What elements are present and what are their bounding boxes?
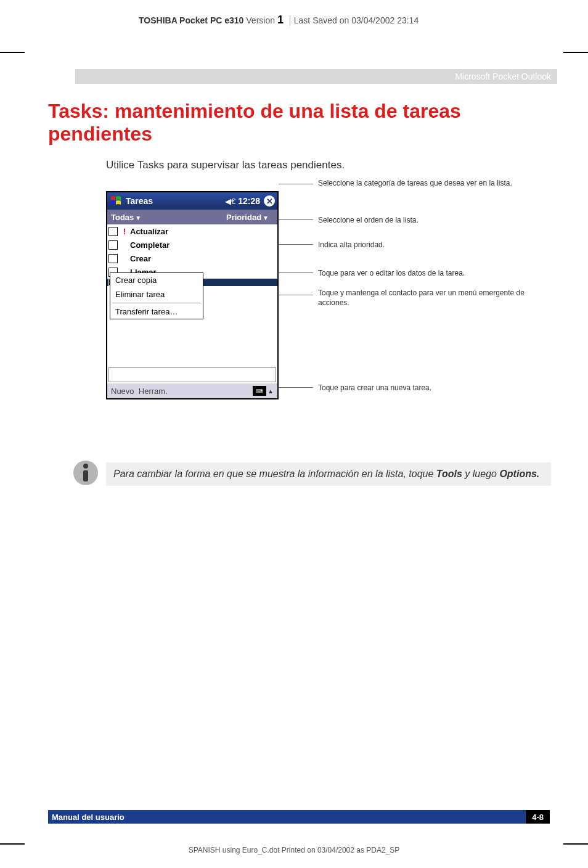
print-footer: SPANISH using Euro_C.dot Printed on 03/0…	[0, 846, 588, 854]
category-filter-label: Todas	[111, 213, 134, 222]
running-header: TOSHIBA Pocket PC e310 Version 1 Last Sa…	[139, 14, 419, 27]
version-label: Version	[246, 15, 275, 25]
info-icon	[73, 460, 99, 486]
task-label: Crear	[130, 254, 151, 263]
task-row[interactable]: ! Crear	[107, 252, 277, 265]
leader-line	[279, 184, 313, 184]
task-label: Completar	[130, 240, 169, 250]
pda-titlebar: Tareas ◀€ 12:28 ✕	[107, 192, 277, 210]
crop-mark	[0, 52, 25, 53]
callout-priority: Indica alta prioridad.	[318, 240, 534, 250]
callout-edit: Toque para ver o editar los datos de la …	[318, 269, 534, 279]
context-menu-item-beam[interactable]: Transferir tarea…	[110, 305, 203, 319]
svg-point-1	[83, 464, 88, 469]
intro-text: Utilice Tasks para supervisar las tareas…	[106, 159, 345, 171]
new-menu[interactable]: Nuevo	[111, 387, 134, 396]
high-priority-icon: !	[121, 227, 128, 236]
callout-context-menu: Toque y mantenga el contacto para ver un…	[318, 289, 534, 308]
tip-bold-options: Options.	[499, 469, 539, 479]
page-number: 4-8	[526, 810, 550, 824]
crop-mark	[0, 843, 25, 845]
leader-line	[279, 272, 313, 273]
footer-bar: Manual del usuario 4-8	[48, 810, 550, 824]
task-row[interactable]: ! Actualizar	[107, 224, 277, 238]
tip-box: Para cambiar la forma en que se muestra …	[106, 462, 551, 486]
pda-time[interactable]: 12:28	[238, 196, 260, 206]
menu-separator	[113, 303, 200, 303]
tip-bold-tools: Tools	[436, 469, 462, 479]
page-title: Tasks: mantenimiento de una lista de tar…	[48, 100, 551, 145]
sip-keyboard-icon[interactable]: ⌨	[253, 386, 266, 396]
tip-text-mid: y luego	[462, 469, 499, 479]
svg-rect-2	[83, 470, 88, 481]
leader-line	[279, 387, 313, 388]
sort-filter[interactable]: Prioridad▼	[226, 213, 277, 222]
pda-screenshot: Tareas ◀€ 12:28 ✕ Todas▼ Prioridad▼ ! Ac…	[106, 191, 279, 399]
footer-title: Manual del usuario	[48, 813, 526, 822]
new-task-entry[interactable]	[108, 367, 276, 382]
product-name: TOSHIBA Pocket PC e310	[139, 15, 243, 25]
last-saved: Last Saved on 03/04/2002 23:14	[294, 15, 419, 25]
callout-category: Seleccione la categoría de tareas que de…	[318, 179, 534, 189]
leader-line	[279, 219, 313, 220]
windows-start-icon[interactable]	[110, 195, 122, 207]
close-icon[interactable]: ✕	[264, 195, 275, 207]
sort-filter-label: Prioridad	[226, 213, 261, 222]
leader-line	[279, 295, 313, 295]
pda-filter-bar: Todas▼ Prioridad▼	[107, 210, 277, 224]
callout-sort: Seleccione el orden de la lista.	[318, 216, 534, 226]
tools-menu[interactable]: Herram.	[139, 387, 168, 396]
context-menu: Crear copia Eliminar tarea Transferir ta…	[110, 272, 203, 319]
section-bar: Microsoft Pocket Outlook	[75, 69, 557, 84]
category-filter[interactable]: Todas▼	[107, 213, 226, 222]
context-menu-item-delete[interactable]: Eliminar tarea	[110, 287, 203, 301]
sip-arrow-icon[interactable]: ▲	[267, 388, 274, 395]
section-title: Microsoft Pocket Outlook	[455, 72, 551, 81]
pda-app-title: Tareas	[125, 196, 225, 206]
task-checkbox[interactable]	[108, 227, 118, 236]
leader-line	[279, 244, 313, 245]
context-menu-item-copy[interactable]: Crear copia	[110, 273, 203, 287]
version-number: 1	[277, 14, 284, 26]
callout-new-task: Toque para crear una nueva tarea.	[318, 383, 534, 393]
crop-mark	[563, 843, 588, 845]
task-checkbox[interactable]	[108, 254, 118, 263]
volume-icon[interactable]: ◀€	[225, 197, 235, 206]
task-row[interactable]: ! Completar	[107, 238, 277, 252]
pda-command-bar: Nuevo Herram. ⌨ ▲	[107, 383, 277, 398]
task-checkbox[interactable]	[108, 240, 118, 250]
tip-text-pre: Para cambiar la forma en que se muestra …	[113, 469, 436, 479]
crop-mark	[563, 52, 588, 53]
task-label: Actualizar	[130, 227, 168, 236]
tasks-figure: Seleccione la categoría de tareas que de…	[106, 179, 550, 450]
